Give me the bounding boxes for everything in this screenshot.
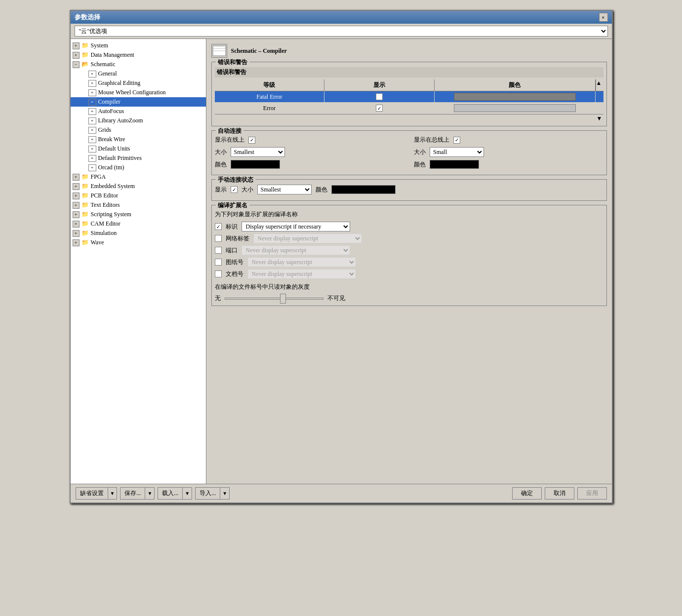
expand-wave[interactable]: + [73, 239, 80, 246]
cell-color-0[interactable] [435, 91, 596, 102]
import-button[interactable]: 导入... [196, 488, 220, 499]
scrollbar-bottom-btn[interactable]: ▼ [596, 115, 603, 122]
color-swatch-0[interactable] [454, 93, 576, 101]
manual-color-swatch[interactable] [331, 185, 396, 194]
import-button-arrow[interactable]: ▼ [220, 488, 229, 499]
color1-swatch[interactable] [231, 160, 280, 169]
ext-select-doc-num[interactable]: Never display superscript [247, 269, 356, 279]
show-on-bus-checkbox[interactable] [453, 137, 460, 144]
sidebar-item-system[interactable]: + 📁 System [71, 41, 206, 50]
sidebar-item-cam-editor[interactable]: + 📁 CAM Editor [71, 219, 206, 229]
manual-size-label: 大小 [241, 186, 253, 194]
manual-show-checkbox[interactable] [231, 186, 238, 193]
save-button[interactable]: 保存... [120, 488, 145, 499]
table-header: 等级 显示 颜色 ▲ [215, 79, 603, 91]
checkbox-display-1[interactable] [376, 105, 383, 112]
main-area: + 📁 System + 📁 Data Management − 📂 Schem… [71, 39, 612, 484]
cell-scroll-1 [596, 103, 603, 114]
default-button-arrow[interactable]: ▼ [108, 488, 117, 499]
expand-text-editors[interactable]: + [73, 202, 80, 209]
manual-size-select[interactable]: Smallest Small Medium Large [257, 185, 312, 194]
ok-button[interactable]: 确定 [512, 487, 542, 500]
expand-system[interactable]: + [73, 42, 80, 49]
show-on-wire-checkbox[interactable] [248, 137, 255, 144]
compile-ext-desc: 为下列对象显示扩展的编译名称 [215, 210, 603, 219]
ext-checkbox-doc-num[interactable] [215, 270, 222, 277]
expand-schematic[interactable]: − [73, 61, 80, 68]
checkbox-display-0[interactable] [376, 93, 383, 100]
main-window: 参数选择 × "云"优选项 + 📁 System + 📁 Data Manage… [70, 10, 613, 503]
expand-scripting[interactable]: + [73, 211, 80, 218]
load-button[interactable]: 载入... [158, 488, 182, 499]
table-body: Fatal Error [215, 91, 603, 114]
sidebar-item-simulation[interactable]: + 📁 Simulation [71, 229, 206, 238]
table-row-fatal-error[interactable]: Fatal Error [215, 91, 603, 103]
color2-swatch[interactable] [430, 160, 479, 169]
sidebar-item-text-editors[interactable]: + 📁 Text Editors [71, 200, 206, 210]
errors-table-title: 错误和警告 [215, 67, 603, 77]
gray-slider[interactable] [225, 298, 323, 300]
save-button-arrow[interactable]: ▼ [145, 488, 154, 499]
cell-color-1[interactable] [435, 103, 596, 114]
scrollbar-top-btn[interactable]: ▲ [596, 79, 603, 91]
sidebar-item-general[interactable]: ≡ General [71, 69, 206, 78]
errors-table: 等级 显示 颜色 ▲ Fatal Error [215, 79, 603, 123]
sidebar-item-compiler[interactable]: ≡ Compiler [71, 97, 206, 107]
close-button[interactable]: × [599, 13, 608, 22]
cell-display-1[interactable] [324, 103, 435, 114]
sidebar-item-graphical-editing[interactable]: ≡ Graphical Editing [71, 78, 206, 88]
color2-row: 颜色 [414, 160, 603, 169]
expand-embedded[interactable]: + [73, 183, 80, 190]
table-row-error[interactable]: Error [215, 103, 603, 114]
expand-fpga[interactable]: + [73, 174, 80, 181]
ext-row-net-label: 网络标签 Never display superscript [215, 233, 603, 243]
ext-checkbox-designator[interactable] [215, 223, 222, 230]
expand-cam[interactable]: + [73, 221, 80, 228]
ext-select-sheet-num[interactable]: Never display superscript [247, 257, 356, 267]
slider-max-label: 不可见 [327, 294, 345, 303]
ext-checkbox-net-label[interactable] [215, 235, 222, 242]
load-btn-group: 载入... ▼ [158, 487, 192, 500]
section-title: Schematic – Compiler [231, 47, 287, 55]
auto-connect-label: 自动连接 [216, 127, 243, 135]
sidebar-item-mouse-wheel[interactable]: ≡ Mouse Wheel Configuration [71, 88, 206, 97]
size2-select[interactable]: Small Smallest Medium Large [430, 147, 484, 157]
ext-checkbox-port[interactable] [215, 247, 222, 254]
apply-button[interactable]: 应用 [577, 487, 607, 500]
expand-data-management[interactable]: + [73, 52, 80, 59]
sidebar-item-default-units[interactable]: ≡ Default Units [71, 144, 206, 154]
ext-select-net-label[interactable]: Never display superscript [253, 233, 362, 243]
sidebar-item-pcb-editor[interactable]: + 📁 PCB Editor [71, 191, 206, 200]
sidebar-item-orcad[interactable]: ≡ Orcad (tm) [71, 163, 206, 172]
ext-label-net-label: 网络标签 [226, 234, 249, 243]
auto-connect-right: 显示在总线上 大小 Small Smallest Medium Large [414, 136, 603, 172]
ext-checkbox-sheet-num[interactable] [215, 259, 222, 266]
ext-select-port[interactable]: Never display superscript [241, 245, 350, 255]
default-button[interactable]: 缺省设置 [76, 488, 108, 499]
load-button-arrow[interactable]: ▼ [182, 488, 192, 499]
expand-pcb[interactable]: + [73, 192, 80, 199]
sidebar-item-data-management[interactable]: + 📁 Data Management [71, 50, 206, 60]
color-swatch-1[interactable] [454, 104, 576, 112]
cloud-preference-select[interactable]: "云"优选项 [75, 26, 608, 37]
sidebar-item-wave[interactable]: + 📁 Wave [71, 238, 206, 247]
cell-display-0[interactable] [324, 91, 435, 102]
sidebar-item-break-wire[interactable]: ≡ Break Wire [71, 135, 206, 144]
sidebar-item-schematic[interactable]: − 📂 Schematic [71, 60, 206, 69]
sidebar-item-library-autozoom[interactable]: ≡ Library AutoZoom [71, 116, 206, 125]
sidebar-item-embedded-system[interactable]: + 📁 Embedded System [71, 182, 206, 191]
cancel-button[interactable]: 取消 [545, 487, 574, 500]
sidebar-item-grids[interactable]: ≡ Grids [71, 125, 206, 135]
ext-select-designator[interactable]: Display superscript if necessary Never d… [241, 222, 350, 231]
sidebar-item-fpga[interactable]: + 📁 FPGA [71, 172, 206, 182]
color2-label: 颜色 [414, 160, 426, 169]
sidebar-item-scripting-system[interactable]: + 📁 Scripting System [71, 210, 206, 219]
sidebar-item-autofocus[interactable]: ≡ AutoFocus [71, 107, 206, 116]
size2-row: 大小 Small Smallest Medium Large [414, 147, 603, 157]
window-title: 参数选择 [75, 13, 100, 22]
size1-select[interactable]: Smallest Small Medium Large [231, 147, 285, 157]
sidebar-item-default-primitives[interactable]: ≡ Default Primitives [71, 154, 206, 163]
auto-connect-two-col: 显示在线上 大小 Smallest Small Medium Large [215, 136, 603, 172]
expand-simulation[interactable]: + [73, 230, 80, 237]
readonly-gray-section: 在编译的文件标号中只读对象的灰度 无 不可见 [215, 283, 603, 303]
